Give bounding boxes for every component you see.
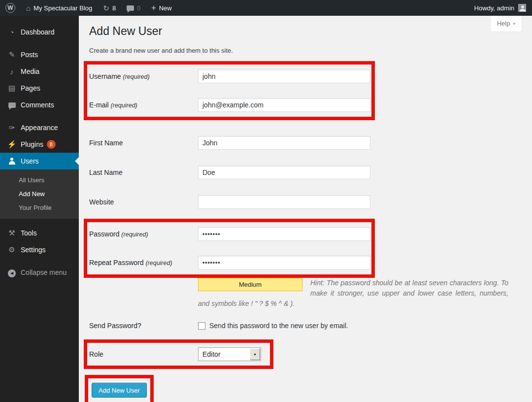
highlight-box-role: Role Editor ▼ xyxy=(84,339,273,369)
website-row: Website xyxy=(89,195,532,209)
repeat-password-label: Repeat Password (required) xyxy=(89,259,198,267)
comments-link[interactable]: 0 xyxy=(121,0,146,16)
submenu-item-your-profile[interactable]: Your Profile xyxy=(0,201,79,214)
password-strength-area: Medium Hint: The password should be at l… xyxy=(198,278,508,309)
highlight-box-username-email: Username (required) E-mail (required) xyxy=(84,61,375,120)
sidebar-item-plugins[interactable]: ⚡ Plugins 8 xyxy=(0,136,79,153)
sidebar-item-tools[interactable]: ⚒ Tools xyxy=(0,225,79,241)
users-icon xyxy=(7,157,17,166)
comments-icon xyxy=(127,5,134,11)
sidebar-item-label: Pages xyxy=(21,84,40,92)
repeat-password-row: Repeat Password (required) xyxy=(89,256,371,269)
new-content-button[interactable]: + New xyxy=(146,0,177,16)
email-row: E-mail (required) xyxy=(89,98,371,112)
sidebar-item-media[interactable]: ♪ Media xyxy=(0,63,79,80)
repeat-password-input[interactable] xyxy=(198,256,370,269)
password-input[interactable] xyxy=(198,227,370,241)
role-select[interactable]: Editor ▼ xyxy=(198,347,261,361)
new-label: New xyxy=(159,4,172,12)
main-content: Help ▾ Add New User Create a brand new u… xyxy=(79,16,532,402)
howdy-admin-link[interactable]: Howdy, admin xyxy=(474,4,514,12)
sidebar-item-label: Users xyxy=(21,157,39,165)
sidebar-item-label: Dashboard xyxy=(21,28,55,36)
chevron-down-icon: ▾ xyxy=(513,21,515,26)
last-name-label: Last Name xyxy=(89,168,198,176)
select-dropdown-arrow-icon[interactable]: ▼ xyxy=(250,348,260,360)
first-name-row: First Name xyxy=(89,136,532,150)
admin-sidebar: ◔ Dashboard ✎ Posts ♪ Media ▤ Pages Comm… xyxy=(0,16,79,402)
last-name-input[interactable] xyxy=(198,166,370,179)
username-input[interactable] xyxy=(198,69,370,83)
avatar[interactable] xyxy=(518,4,526,12)
username-row: Username (required) xyxy=(89,69,371,83)
sidebar-item-label: Media xyxy=(21,67,39,75)
sidebar-item-label: Posts xyxy=(21,51,38,59)
password-label: Password (required) xyxy=(89,230,198,238)
username-label: Username (required) xyxy=(89,72,198,80)
send-password-checkbox[interactable] xyxy=(198,322,205,330)
name-website-rows: First Name Last Name Website xyxy=(84,136,532,209)
admin-bar: W ⌂ My Spectacular Blog ↻ 8 0 + New Howd… xyxy=(0,0,532,16)
role-row: Role Editor ▼ xyxy=(89,347,270,361)
updates-count: 8 xyxy=(112,4,116,12)
last-name-row: Last Name xyxy=(89,166,532,179)
collapse-menu-button[interactable]: ◀ Collapse menu xyxy=(0,264,79,281)
send-password-label: Send Password? xyxy=(89,322,198,330)
sidebar-item-label: Tools xyxy=(21,229,37,237)
plugins-icon: ⚡ xyxy=(7,140,17,149)
updates-link[interactable]: ↻ 8 xyxy=(98,0,121,16)
site-name-link[interactable]: ⌂ My Spectacular Blog xyxy=(21,0,98,16)
send-password-row: Send Password? Send this password to the… xyxy=(89,322,532,330)
appearance-icon: ✑ xyxy=(7,123,17,132)
tools-icon: ⚒ xyxy=(7,229,17,237)
submenu-item-add-new[interactable]: Add New xyxy=(0,187,79,201)
wordpress-logo-icon: W xyxy=(5,3,15,13)
sidebar-item-posts[interactable]: ✎ Posts xyxy=(0,46,79,63)
pages-icon: ▤ xyxy=(7,84,17,93)
settings-icon: ⚙ xyxy=(7,245,17,254)
comments-icon xyxy=(7,101,17,109)
sidebar-item-dashboard[interactable]: ◔ Dashboard xyxy=(0,24,79,40)
highlight-box-submit: Add New User xyxy=(85,375,154,402)
password-strength-indicator: Medium xyxy=(198,278,302,291)
sidebar-item-pages[interactable]: ▤ Pages xyxy=(0,80,79,97)
media-icon: ♪ xyxy=(7,67,17,76)
collapse-icon: ◀ xyxy=(7,268,17,277)
sidebar-item-label: Settings xyxy=(21,246,46,254)
highlight-box-passwords: Password (required) Repeat Password (req… xyxy=(84,219,375,278)
first-name-label: First Name xyxy=(89,139,198,147)
plus-icon: + xyxy=(151,3,156,12)
sidebar-item-label: Plugins xyxy=(21,140,43,148)
updates-icon: ↻ xyxy=(103,4,109,12)
sidebar-item-settings[interactable]: ⚙ Settings xyxy=(0,241,79,258)
password-row: Password (required) xyxy=(89,227,371,241)
email-label: E-mail (required) xyxy=(89,101,198,109)
admin-bar-right: Howdy, admin xyxy=(474,4,532,12)
comments-count: 0 xyxy=(137,4,140,12)
submenu-item-all-users[interactable]: All Users xyxy=(0,173,79,187)
wordpress-menu-button[interactable]: W xyxy=(0,0,21,16)
users-submenu: All Users Add New Your Profile xyxy=(0,169,79,219)
posts-icon: ✎ xyxy=(7,50,17,59)
sidebar-item-comments[interactable]: Comments xyxy=(0,97,79,113)
role-label: Role xyxy=(89,350,198,358)
admin-bar-left: W ⌂ My Spectacular Blog ↻ 8 0 + New xyxy=(0,0,177,16)
website-label: Website xyxy=(89,198,198,206)
send-password-checkbox-label: Send this password to the new user by em… xyxy=(209,322,348,330)
sidebar-item-appearance[interactable]: ✑ Appearance xyxy=(0,119,79,136)
send-password-field: Send this password to the new user by em… xyxy=(198,322,348,330)
add-new-user-button[interactable]: Add New User xyxy=(92,383,147,398)
dashboard-icon: ◔ xyxy=(7,28,17,36)
email-input[interactable] xyxy=(198,98,370,112)
help-button[interactable]: Help ▾ xyxy=(490,16,522,32)
plugins-update-badge: 8 xyxy=(47,140,56,149)
site-name-label: My Spectacular Blog xyxy=(33,4,92,12)
website-input[interactable] xyxy=(198,195,370,209)
first-name-input[interactable] xyxy=(198,136,370,150)
page-description: Create a brand new user and add them to … xyxy=(84,40,532,54)
sidebar-item-label: Comments xyxy=(21,101,54,109)
sidebar-item-users[interactable]: Users xyxy=(0,153,79,169)
role-selected-value: Editor xyxy=(199,350,250,358)
page-title: Add New User xyxy=(84,20,532,40)
sidebar-item-label: Appearance xyxy=(21,124,58,132)
